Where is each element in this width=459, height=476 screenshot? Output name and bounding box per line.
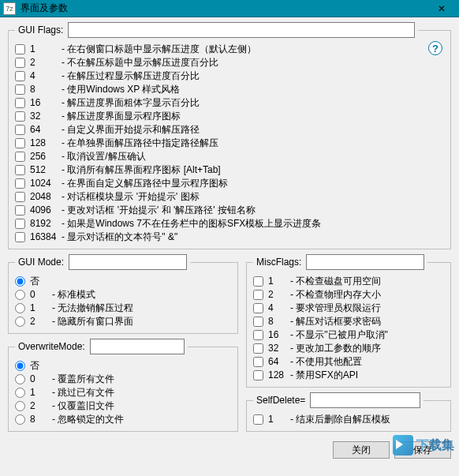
window-title: 界面及参数 (21, 2, 426, 15)
list-item[interactable]: 否 (15, 359, 231, 373)
list-item[interactable]: 32- 更改加工参数的顺序 (253, 342, 444, 355)
checkbox[interactable] (15, 165, 25, 175)
item-key: 4 (268, 302, 290, 315)
item-label: - 覆盖所有文件 (52, 373, 114, 386)
checkbox[interactable] (15, 84, 25, 95)
list-item[interactable]: 1- 无法撤销解压过程 (15, 302, 231, 315)
radio[interactable] (15, 361, 25, 371)
checkbox[interactable] (15, 178, 25, 189)
checkbox[interactable] (253, 276, 263, 287)
gui-flags-list: 1- 在右侧窗口标题中显示解压进度（默认左侧）2- 不在解压标题中显示解压进度百… (15, 43, 444, 244)
list-item[interactable]: 64- 自定义界面开始提示和解压路径 (15, 123, 444, 137)
item-label: - 隐藏所有窗口界面 (52, 315, 133, 328)
checkbox[interactable] (15, 219, 25, 229)
misc-flags-input[interactable] (306, 254, 424, 270)
list-item[interactable]: 64- 不使用其他配置 (253, 355, 444, 369)
item-label: - 解压对话框要求密码 (290, 315, 381, 328)
gui-mode-input[interactable] (69, 254, 187, 270)
list-item[interactable]: 8- 忽略锁定的文件 (15, 413, 231, 426)
item-label: - 不在解压标题中显示解压进度百分比 (62, 56, 218, 69)
list-item[interactable]: 8- 解压对话框要求密码 (253, 315, 444, 328)
checkbox[interactable] (253, 343, 263, 354)
checkbox[interactable] (15, 44, 25, 54)
checkbox[interactable] (15, 192, 25, 202)
list-item[interactable]: 4- 要求管理员权限运行 (253, 302, 444, 315)
item-label: - 更改加工参数的顺序 (290, 342, 381, 355)
list-item[interactable]: 1- 不检查磁盘可用空间 (253, 275, 444, 288)
list-item[interactable]: 512- 取消所有解压界面程序图标 [Alt+Tab] (15, 163, 444, 177)
help-icon[interactable]: ? (428, 41, 442, 55)
radio[interactable] (15, 401, 25, 411)
item-label: - 取消所有解压界面程序图标 [Alt+Tab] (62, 163, 221, 177)
close-button[interactable]: ✕ (426, 1, 457, 17)
close-dialog-button[interactable]: 关闭 (333, 441, 390, 459)
list-item[interactable]: 0- 覆盖所有文件 (15, 373, 231, 386)
item-label: - 忽略锁定的文件 (52, 413, 124, 426)
list-item[interactable]: 1- 跳过已有文件 (15, 386, 231, 399)
list-item[interactable]: 2- 不在解压标题中显示解压进度百分比 (15, 56, 444, 69)
checkbox[interactable] (253, 330, 263, 340)
checkbox[interactable] (15, 205, 25, 216)
item-key: 否 (30, 359, 52, 373)
item-key: 8 (30, 413, 52, 426)
save-button[interactable]: 保存 (394, 441, 451, 459)
list-item[interactable]: 1024- 在界面自定义解压路径中显示程序图标 (15, 177, 444, 190)
item-label: - 不检查磁盘可用空间 (290, 275, 381, 288)
checkbox[interactable] (15, 138, 25, 148)
list-item[interactable]: 16- 解压进度界面粗体字显示百分比 (15, 96, 444, 110)
checkbox[interactable] (253, 370, 263, 380)
radio[interactable] (15, 276, 25, 287)
list-item[interactable]: 1- 在右侧窗口标题中显示解压进度（默认左侧） (15, 43, 444, 56)
checkbox[interactable] (15, 125, 25, 135)
checkbox[interactable] (253, 317, 263, 327)
item-key: 1 (30, 386, 52, 399)
item-key: 1024 (30, 177, 62, 190)
list-item[interactable]: 否 (15, 275, 231, 288)
item-key: 8 (30, 83, 62, 96)
list-item[interactable]: 128- 禁用SFX的API (253, 369, 444, 382)
radio[interactable] (15, 388, 25, 398)
list-item[interactable]: 16384- 显示对话框的文本符号" &" (15, 231, 444, 244)
gui-flags-legend: GUI Flags: (15, 22, 418, 38)
overwrite-mode-input[interactable] (90, 339, 185, 354)
checkbox[interactable] (15, 152, 25, 162)
checkbox[interactable] (253, 414, 263, 425)
radio[interactable] (15, 290, 25, 300)
list-item[interactable]: 2048- 对话框模块显示 '开始提示' 图标 (15, 190, 444, 204)
list-item[interactable]: 2- 不检查物理内存大小 (253, 288, 444, 302)
radio[interactable] (15, 414, 25, 425)
item-label: - 在单独界面解压路径中指定路径解压 (62, 137, 218, 150)
list-item[interactable]: 4096- 更改对话框 '开始提示' 和 '解压路径' 按钮名称 (15, 204, 444, 217)
checkbox[interactable] (15, 111, 25, 122)
item-label: - 自定义界面开始提示和解压路径 (62, 123, 200, 137)
checkbox[interactable] (15, 58, 25, 68)
list-item[interactable]: 256- 取消设置/解压确认 (15, 150, 444, 163)
radio[interactable] (15, 303, 25, 313)
item-key: 2 (268, 288, 290, 302)
checkbox[interactable] (15, 232, 25, 242)
checkbox[interactable] (15, 98, 25, 108)
item-label: - 更改对话框 '开始提示' 和 '解压路径' 按钮名称 (62, 204, 256, 217)
list-item[interactable]: 2- 仅覆盖旧文件 (15, 399, 231, 413)
item-key: 1 (268, 275, 290, 288)
gui-mode-group: GUI Mode: 否0- 标准模式1- 无法撤销解压过程2- 隐藏所有窗口界面 (8, 254, 238, 334)
item-key: 1 (30, 43, 62, 56)
gui-flags-input[interactable] (68, 22, 415, 38)
list-item[interactable]: 8192- 如果是Windows 7不在任务栏中的图标SFX模板上显示进度条 (15, 217, 444, 231)
list-item[interactable]: 4- 在解压过程显示解压进度百分比 (15, 69, 444, 83)
checkbox[interactable] (253, 303, 263, 313)
list-item[interactable]: 32- 解压进度界面显示程序图标 (15, 110, 444, 123)
list-item[interactable]: 128- 在单独界面解压路径中指定路径解压 (15, 137, 444, 150)
checkbox[interactable] (15, 71, 25, 81)
list-item[interactable]: 1- 结束后删除自解压模板 (253, 413, 444, 426)
radio[interactable] (15, 374, 25, 384)
checkbox[interactable] (253, 357, 263, 367)
list-item[interactable]: 2- 隐藏所有窗口界面 (15, 315, 231, 328)
list-item[interactable]: 0- 标准模式 (15, 288, 231, 302)
self-delete-input[interactable] (310, 392, 420, 408)
radio[interactable] (15, 317, 25, 327)
checkbox[interactable] (253, 290, 263, 300)
list-item[interactable]: 16- 不显示"已被用户取消" (253, 328, 444, 342)
list-item[interactable]: 8- 使用Windows XP 样式风格 (15, 83, 444, 96)
item-key: 0 (30, 373, 52, 386)
